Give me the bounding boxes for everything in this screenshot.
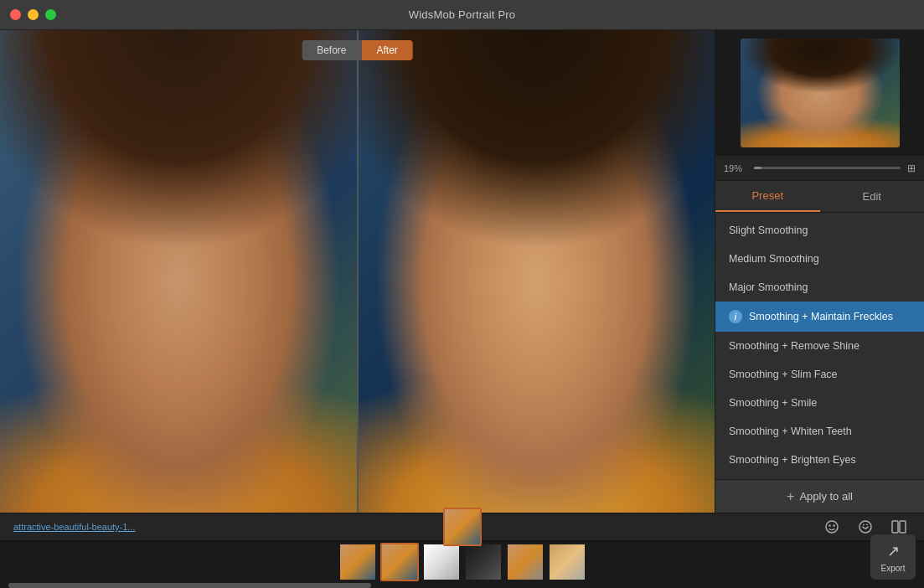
preview-image: [741, 39, 900, 147]
zoom-percent: 19%: [724, 163, 747, 173]
maximize-button[interactable]: [45, 9, 56, 20]
thumbnail-strip: [0, 541, 924, 583]
thumbnail-5[interactable]: [506, 543, 545, 581]
thumbnail-2[interactable]: [380, 543, 419, 581]
after-image-half: [359, 30, 715, 513]
before-button[interactable]: Before: [302, 40, 361, 60]
preset-item-whiten-teeth[interactable]: Smoothing + Whiten Teeth: [715, 417, 924, 446]
preset-item-remove-shine[interactable]: Smoothing + Remove Shine: [715, 332, 924, 360]
after-button[interactable]: After: [362, 40, 413, 60]
face-detect-icon: [823, 518, 840, 535]
filename-label[interactable]: attractive-beautiful-beauty-1...: [13, 522, 820, 532]
apply-to-all-button[interactable]: + Apply to all: [715, 479, 924, 513]
preset-item-label: Smoothing + Brighten Eyes: [729, 454, 856, 466]
before-after-bar: Before After: [302, 40, 413, 60]
svg-rect-6: [892, 521, 898, 533]
apply-plus-icon: +: [787, 489, 794, 504]
svg-point-1: [829, 524, 830, 526]
tab-preset[interactable]: Preset: [715, 181, 820, 212]
face-detect-button[interactable]: [820, 515, 844, 539]
before-image-half: [0, 30, 357, 513]
app-title: WidsMob Portrait Pro: [409, 8, 516, 21]
preset-item-label: Medium Smoothing: [729, 253, 819, 265]
compare-icon: [890, 518, 907, 535]
traffic-lights: [10, 9, 56, 20]
preset-item-label: Smoothing + Whiten Teeth: [729, 426, 852, 437]
after-image: [359, 30, 715, 513]
right-panel: 19% ⊞ Preset Edit Slight SmoothingMedium…: [715, 30, 924, 513]
bottom-toolbar: attractive-beautiful-beauty-1...: [0, 513, 924, 541]
svg-point-0: [826, 521, 838, 533]
preset-item-smile[interactable]: Smoothing + Smile: [715, 389, 924, 417]
svg-point-2: [833, 524, 834, 526]
preset-item-label: Slight Smoothing: [729, 224, 808, 236]
titlebar: WidsMob Portrait Pro: [0, 0, 924, 30]
main-content: Before After 19% ⊞: [0, 30, 924, 513]
scrollbar-track[interactable]: [8, 583, 916, 588]
apply-to-all-label: Apply to all: [799, 490, 853, 503]
preset-item-label: Smoothing + Slim Face: [729, 369, 838, 380]
scrollbar-thumb: [8, 583, 371, 588]
export-label: Export: [881, 564, 906, 573]
preset-item-label: Smoothing + Smile: [729, 397, 817, 409]
thumbnail-3[interactable]: [422, 543, 461, 581]
thumbnail-1[interactable]: [338, 543, 377, 581]
image-view: [0, 30, 715, 513]
zoom-expand-button[interactable]: ⊞: [907, 162, 916, 174]
active-thumbnail-preview[interactable]: [443, 508, 482, 546]
preset-item-label: Major Smoothing: [729, 281, 808, 293]
preset-item-slight-smoothing[interactable]: Slight Smoothing: [715, 216, 924, 245]
thumbnail-image-5: [508, 544, 543, 580]
export-button[interactable]: ↗ Export: [870, 534, 916, 580]
thumbnail-image-2: [382, 544, 417, 580]
thumbnail-4[interactable]: [464, 543, 503, 581]
panel-tabs: Preset Edit: [715, 181, 924, 213]
preset-item-maintain-freckles[interactable]: iSmoothing + Maintain Freckles: [715, 302, 924, 332]
preset-item-brighten-eyes[interactable]: Smoothing + Brighten Eyes: [715, 446, 924, 474]
export-icon: ↗: [887, 542, 900, 560]
preset-item-medium-smoothing[interactable]: Medium Smoothing: [715, 245, 924, 273]
thumbnail-6[interactable]: [548, 543, 586, 581]
thumbnail-image-4: [466, 544, 501, 580]
face-smile-icon: [857, 518, 874, 535]
preset-item-slim-face[interactable]: Smoothing + Slim Face: [715, 360, 924, 389]
close-button[interactable]: [10, 9, 21, 20]
tab-edit[interactable]: Edit: [820, 181, 925, 212]
zoom-slider-fill: [754, 167, 761, 169]
thumbnail-image-3: [424, 544, 459, 580]
svg-point-3: [859, 521, 871, 533]
thumbnail-image-6: [550, 544, 585, 580]
thumbnail-image-1: [340, 544, 375, 580]
preview-area: [715, 30, 924, 156]
zoom-bar: 19% ⊞: [715, 156, 924, 181]
image-panel: Before After: [0, 30, 715, 513]
preset-item-major-smoothing[interactable]: Major Smoothing: [715, 273, 924, 302]
before-image: [0, 30, 357, 513]
minimize-button[interactable]: [28, 9, 39, 20]
preset-item-label: Smoothing + Maintain Freckles: [749, 311, 893, 322]
zoom-slider[interactable]: [754, 167, 901, 169]
active-thumb-image: [445, 509, 480, 544]
preset-info-icon: i: [729, 310, 742, 323]
svg-rect-7: [900, 521, 906, 533]
preset-list: Slight SmoothingMedium SmoothingMajor Sm…: [715, 213, 924, 479]
preset-item-label: Smoothing + Remove Shine: [729, 340, 859, 352]
bottom-bar: attractive-beautiful-beauty-1...: [0, 513, 924, 588]
